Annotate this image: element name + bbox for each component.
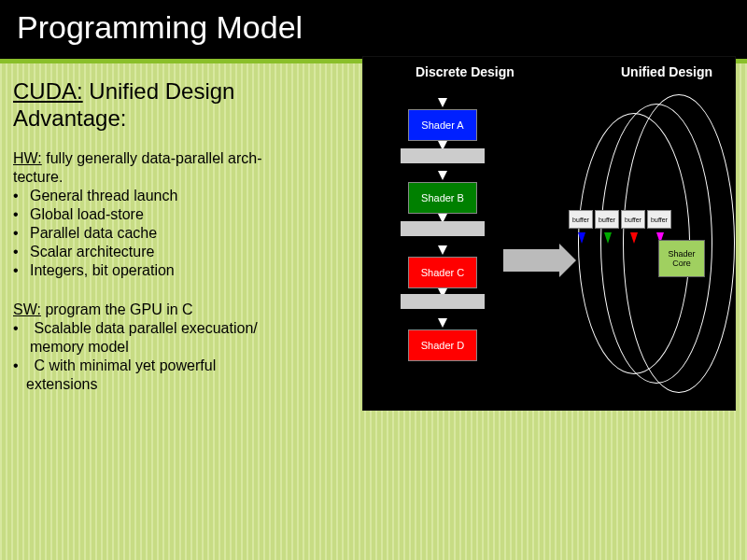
arrow-down-icon (438, 171, 447, 180)
left-column: CUDA: Unified Design Advantage: HW: full… (13, 78, 354, 414)
diagram-panel: Discrete Design Unified Design Shader A … (362, 56, 736, 411)
slide-content: CUDA: Unified Design Advantage: HW: full… (0, 63, 747, 414)
memory-box (401, 221, 485, 236)
subtitle: CUDA: Unified Design Advantage: (13, 78, 354, 133)
hw-label: HW: (13, 150, 42, 166)
arrow-down-icon (578, 232, 585, 244)
sw-bullet-text: C with minimal yet powerful (34, 357, 216, 373)
hw-bullet: Parallel data cache (30, 224, 354, 243)
shader-b-box: Shader B (408, 182, 477, 214)
subtitle-cuda: CUDA: (13, 78, 83, 104)
arrow-down-icon (630, 232, 638, 244)
hw-bullet: Integers, bit operation (30, 261, 354, 280)
hw-desc-2: tecture. (13, 169, 63, 185)
sw-bullet-text: extensions (26, 376, 98, 392)
label-discrete: Discrete Design (416, 64, 514, 79)
buffer-row: buffer buffer buffer buffer (569, 210, 671, 229)
sw-bullet-text: memory model (30, 339, 129, 355)
subtitle-advantage: Advantage: (13, 105, 126, 131)
arrow-down-icon (604, 232, 612, 244)
label-unified: Unified Design (621, 64, 712, 79)
slide-title: Programming Model (0, 0, 747, 59)
hw-section: HW: fully generally data-parallel arch- … (13, 149, 354, 280)
sw-bullets: Scalable data parallel execuation/ memor… (13, 319, 354, 394)
big-arrow-icon (503, 249, 559, 272)
arrow-down-icon (438, 318, 447, 328)
shader-d-box: Shader D (408, 329, 477, 361)
memory-box (401, 294, 485, 309)
buffer-box: buffer (595, 210, 619, 229)
hw-bullet: General thread launch (30, 187, 354, 205)
sw-section: SW: program the GPU in C Scalable data p… (13, 301, 354, 394)
hw-bullet: Scalar architecture (30, 243, 354, 261)
sw-bullet: C with minimal yet powerful extensions (30, 357, 354, 394)
hw-desc-1: fully generally data-parallel arch- (46, 150, 261, 166)
hw-bullets: General thread launch Global load-store … (13, 187, 354, 280)
subtitle-unified: Unified Design (89, 78, 234, 104)
buffer-box: buffer (647, 210, 671, 229)
hw-bullet: Global load-store (30, 205, 354, 224)
sw-desc: program the GPU in C (45, 301, 192, 317)
arrow-down-icon (438, 245, 447, 255)
buffer-box: buffer (621, 210, 645, 229)
sw-label: SW: (13, 301, 41, 317)
diagram: Discrete Design Unified Design Shader A … (363, 57, 735, 410)
buffer-box: buffer (569, 210, 593, 229)
shader-c-box: Shader C (408, 257, 477, 288)
arrow-down-icon (438, 98, 447, 107)
sw-bullet: Scalable data parallel execuation/ memor… (30, 319, 354, 357)
shader-a-box: Shader A (408, 109, 477, 141)
sw-bullet-text: Scalable data parallel execuation/ (34, 320, 257, 336)
memory-box (401, 148, 485, 163)
shader-core-box: Shader Core (658, 240, 705, 277)
slide: Programming Model CUDA: Unified Design A… (0, 0, 747, 560)
